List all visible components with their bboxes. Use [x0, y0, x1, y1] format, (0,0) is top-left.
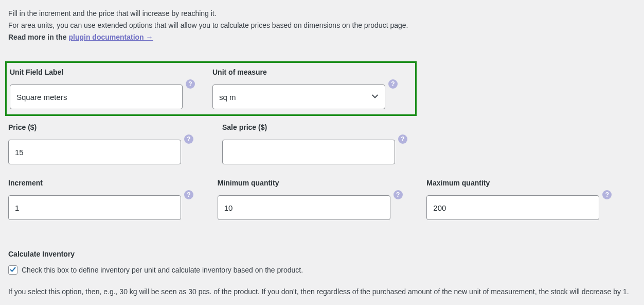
calculate-inventory-checkbox[interactable]	[8, 265, 17, 275]
unit-fields-highlight: Unit Field Label ? Unit of measure sq m …	[5, 61, 417, 116]
min-qty-label: Minimum quantity	[218, 179, 406, 187]
calculate-inventory-help-text: If you select this option, then, e.g., 3…	[8, 286, 636, 298]
form-section: Unit Field Label ? Unit of measure sq m …	[8, 61, 636, 298]
help-icon[interactable]: ?	[398, 134, 407, 144]
calculate-inventory-checkbox-label: Check this box to define inventory per u…	[22, 266, 303, 274]
help-icon[interactable]: ?	[388, 79, 398, 89]
unit-of-measure-label: Unit of measure	[212, 68, 395, 76]
price-input[interactable]	[8, 140, 181, 164]
intro-readmore-prefix: Read more in the	[8, 33, 68, 41]
help-icon[interactable]: ?	[393, 190, 403, 199]
help-icon[interactable]: ?	[184, 190, 193, 199]
price-label: Price ($)	[8, 123, 202, 131]
max-qty-input[interactable]	[426, 195, 599, 220]
calculate-inventory-section: Calculate Inventory Check this box to de…	[8, 250, 636, 298]
calculate-inventory-heading: Calculate Inventory	[8, 250, 636, 258]
help-icon[interactable]: ?	[186, 79, 195, 89]
intro-line-3: Read more in the plugin documentation →	[8, 32, 636, 43]
intro-line-1: Fill in the increment and the price that…	[8, 8, 636, 19]
min-qty-input[interactable]	[218, 195, 390, 220]
unit-field-label-input[interactable]	[10, 84, 183, 109]
intro-text: Fill in the increment and the price that…	[8, 8, 636, 43]
max-qty-label: Maximum quantity	[426, 179, 615, 187]
help-icon[interactable]: ?	[602, 190, 612, 199]
increment-label: Increment	[8, 179, 197, 187]
intro-line-2: For area units, you can use extended opt…	[8, 20, 636, 31]
unit-field-label-label: Unit Field Label	[10, 68, 192, 76]
help-icon[interactable]: ?	[184, 134, 193, 144]
unit-of-measure-select[interactable]: sq m	[212, 84, 385, 109]
sale-price-input[interactable]	[222, 140, 395, 164]
plugin-documentation-link[interactable]: plugin documentation →	[68, 33, 153, 41]
check-icon	[9, 266, 16, 274]
increment-input[interactable]	[8, 195, 181, 220]
sale-price-label: Sale price ($)	[222, 123, 416, 131]
